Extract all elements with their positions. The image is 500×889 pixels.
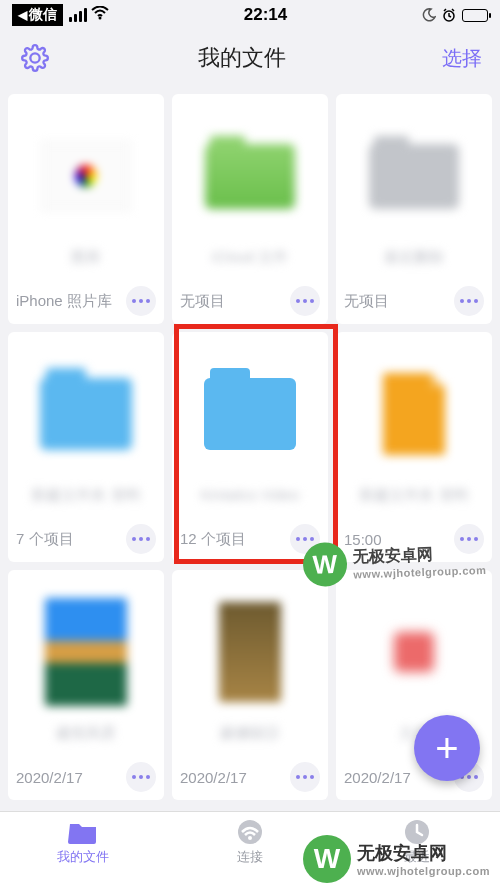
watermark-title: 无极安卓网 (357, 841, 490, 865)
file-tile[interactable]: iCloud 文件 无项目 (172, 94, 328, 324)
chevron-left-icon: ◀ (18, 8, 27, 22)
svg-point-3 (248, 836, 252, 840)
tile-name: 图库 (8, 244, 164, 280)
tile-thumb (336, 94, 492, 244)
dnd-moon-icon (422, 8, 436, 22)
file-tile[interactable]: 新建文件夹 资料 15:00 (336, 332, 492, 562)
watermark: W 无极安卓网 www.wjhotelgroup.com (302, 537, 486, 587)
tile-name: iCloud 文件 (172, 244, 328, 280)
tile-thumb (8, 570, 164, 720)
more-button[interactable] (126, 762, 156, 792)
wifi-icon (233, 818, 267, 846)
tile-thumb (172, 94, 328, 244)
watermark: W 无极安卓网 www.wjhotelgroup.com (303, 835, 490, 883)
tile-thumb (336, 332, 492, 482)
watermark-logo-icon: W (303, 835, 351, 883)
back-app-label: 微信 (29, 6, 57, 24)
tile-sub: 2020/2/17 (344, 769, 411, 786)
select-button[interactable]: 选择 (432, 45, 482, 72)
status-bar: ◀ 微信 22:14 (0, 0, 500, 30)
tile-name: 蒙娜丽莎 (172, 720, 328, 756)
tile-thumb (172, 570, 328, 720)
folder-icon (66, 818, 100, 846)
svg-point-0 (99, 17, 102, 20)
file-tile[interactable]: 建筑风景 2020/2/17 (8, 570, 164, 800)
settings-button[interactable] (18, 44, 52, 72)
page-title: 我的文件 (198, 43, 286, 73)
status-left: ◀ 微信 (12, 4, 109, 26)
more-button[interactable] (126, 524, 156, 554)
add-fab-button[interactable]: + (414, 715, 480, 781)
battery-icon (462, 9, 488, 22)
watermark-logo-icon: W (302, 542, 348, 588)
tile-name: 建筑风景 (8, 720, 164, 756)
file-tile[interactable]: 蒙娜丽莎 2020/2/17 (172, 570, 328, 800)
signal-icon (69, 8, 87, 22)
nav-tab-label: 连接 (237, 848, 263, 866)
plus-icon: + (435, 728, 458, 768)
tile-sub: 无项目 (180, 292, 225, 311)
nav-tab-files[interactable]: 我的文件 (0, 818, 167, 866)
tile-sub: 12 个项目 (180, 530, 246, 549)
tile-sub: 无项目 (344, 292, 389, 311)
tile-name: Kintatics Video (172, 482, 328, 518)
back-to-app-chip[interactable]: ◀ 微信 (12, 4, 63, 26)
wifi-icon (91, 6, 109, 24)
watermark-url: www.wjhotelgroup.com (357, 865, 490, 877)
tile-sub: iPhone 照片库 (16, 292, 112, 311)
tile-sub: 7 个项目 (16, 530, 74, 549)
tile-thumb (8, 332, 164, 482)
more-button[interactable] (290, 286, 320, 316)
file-tile[interactable]: 图库 iPhone 照片库 (8, 94, 164, 324)
tile-sub: 2020/2/17 (180, 769, 247, 786)
tile-thumb (336, 570, 492, 720)
nav-bar: 我的文件 选择 (0, 30, 500, 86)
file-tile[interactable]: Kintatics Video 12 个项目 (172, 332, 328, 562)
tile-name: 新建文件夹 资料 (336, 482, 492, 518)
tile-name: 新建文件夹 资料 (8, 482, 164, 518)
tile-sub: 2020/2/17 (16, 769, 83, 786)
more-button[interactable] (290, 762, 320, 792)
status-time: 22:14 (244, 5, 287, 25)
alarm-icon (442, 8, 456, 22)
more-button[interactable] (126, 286, 156, 316)
tile-thumb (8, 94, 164, 244)
tile-name: 最近删除 (336, 244, 492, 280)
more-button[interactable] (454, 286, 484, 316)
tile-thumb (172, 332, 328, 482)
nav-tab-label: 我的文件 (57, 848, 109, 866)
file-tile[interactable]: 最近删除 无项目 (336, 94, 492, 324)
file-grid: 图库 iPhone 照片库 iCloud 文件 无项目 最近删除 无项目 新建文… (0, 86, 500, 808)
file-tile[interactable]: 新建文件夹 资料 7 个项目 (8, 332, 164, 562)
status-right (422, 8, 488, 22)
